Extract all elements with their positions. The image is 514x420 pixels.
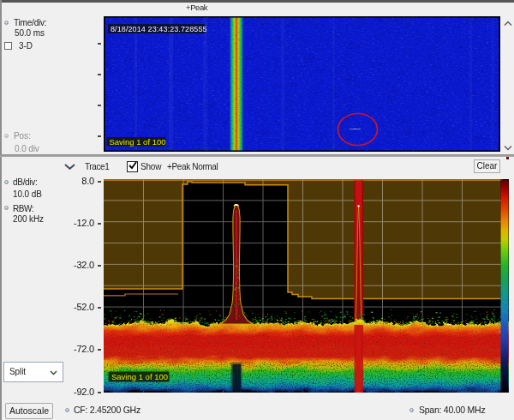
svg-text:8/18/2014 23:43:23.728555: 8/18/2014 23:43:23.728555 xyxy=(111,25,207,33)
svg-text:Saving 1 of 100: Saving 1 of 100 xyxy=(110,137,166,147)
svg-text:Saving 1 of 100: Saving 1 of 100 xyxy=(111,372,168,381)
